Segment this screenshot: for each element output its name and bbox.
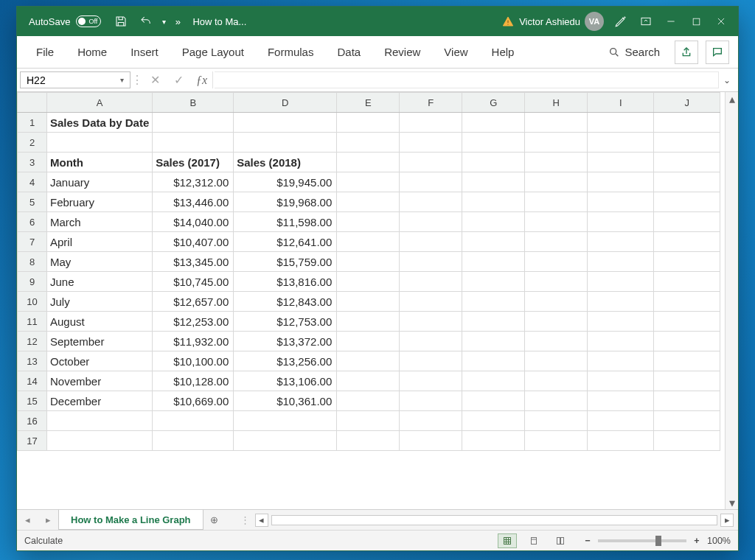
cell[interactable] bbox=[588, 391, 654, 411]
cell[interactable]: $10,669.00 bbox=[153, 391, 234, 411]
cell[interactable] bbox=[525, 272, 588, 292]
cell[interactable] bbox=[588, 272, 654, 292]
cell[interactable] bbox=[47, 431, 153, 451]
cell[interactable] bbox=[525, 411, 588, 431]
cell[interactable] bbox=[400, 252, 462, 272]
cell[interactable] bbox=[337, 371, 400, 391]
cell[interactable] bbox=[400, 431, 462, 451]
cell[interactable] bbox=[400, 192, 462, 212]
tab-scroll-left-icon[interactable]: ◂ bbox=[17, 514, 38, 525]
cell[interactable] bbox=[525, 133, 588, 153]
cell[interactable] bbox=[654, 351, 720, 371]
cell[interactable] bbox=[337, 351, 400, 371]
cell[interactable]: $13,816.00 bbox=[234, 272, 337, 292]
user-account[interactable]: Victor Ashiedu VA bbox=[515, 12, 608, 31]
cell[interactable] bbox=[337, 232, 400, 252]
cell[interactable] bbox=[525, 292, 588, 312]
cell[interactable] bbox=[400, 172, 462, 192]
zoom-in-button[interactable]: + bbox=[691, 535, 703, 547]
hscroll-right-icon[interactable]: ▸ bbox=[720, 514, 734, 527]
cell[interactable]: February bbox=[47, 192, 153, 212]
row-header[interactable]: 14 bbox=[18, 371, 47, 391]
tab-home[interactable]: Home bbox=[67, 40, 117, 64]
cell[interactable] bbox=[525, 172, 588, 192]
tab-help[interactable]: Help bbox=[481, 40, 525, 64]
cell[interactable] bbox=[462, 411, 525, 431]
cell[interactable] bbox=[525, 351, 588, 371]
cell[interactable] bbox=[234, 113, 337, 133]
cell[interactable] bbox=[588, 371, 654, 391]
scroll-up-icon[interactable]: ▴ bbox=[726, 92, 738, 105]
cell[interactable]: $12,312.00 bbox=[153, 172, 234, 192]
cell[interactable]: $12,641.00 bbox=[234, 232, 337, 252]
row-header[interactable]: 7 bbox=[18, 232, 47, 252]
cell[interactable] bbox=[400, 212, 462, 232]
cell[interactable]: $19,945.00 bbox=[234, 172, 337, 192]
cell[interactable] bbox=[525, 252, 588, 272]
cell[interactable]: January bbox=[47, 172, 153, 192]
cell[interactable]: Sales Data by Date bbox=[47, 113, 153, 133]
maximize-button[interactable] bbox=[683, 7, 709, 36]
cell[interactable] bbox=[654, 411, 720, 431]
col-header-J[interactable]: J bbox=[654, 93, 720, 113]
cell[interactable] bbox=[588, 252, 654, 272]
cell[interactable] bbox=[654, 232, 720, 252]
cell[interactable] bbox=[47, 133, 153, 153]
cell[interactable] bbox=[337, 133, 400, 153]
zoom-out-button[interactable]: − bbox=[582, 535, 594, 547]
share-button[interactable] bbox=[675, 41, 698, 64]
normal-view-icon[interactable] bbox=[498, 533, 517, 548]
cell[interactable] bbox=[337, 332, 400, 351]
cell[interactable]: $14,040.00 bbox=[153, 212, 234, 232]
cell[interactable] bbox=[462, 371, 525, 391]
row-header[interactable]: 9 bbox=[18, 272, 47, 292]
cell[interactable] bbox=[588, 431, 654, 451]
cell[interactable] bbox=[588, 133, 654, 153]
cell[interactable] bbox=[525, 153, 588, 172]
cell[interactable]: $15,759.00 bbox=[234, 252, 337, 272]
comments-button[interactable] bbox=[706, 41, 729, 64]
cell[interactable]: $10,407.00 bbox=[153, 232, 234, 252]
cell[interactable] bbox=[654, 113, 720, 133]
cell[interactable] bbox=[525, 391, 588, 411]
row-header[interactable]: 13 bbox=[18, 351, 47, 371]
tab-view[interactable]: View bbox=[434, 40, 478, 64]
cell[interactable] bbox=[400, 113, 462, 133]
cell[interactable]: Sales (2017) bbox=[153, 153, 234, 172]
cell[interactable] bbox=[337, 153, 400, 172]
col-header-G[interactable]: G bbox=[462, 93, 525, 113]
cell[interactable] bbox=[462, 431, 525, 451]
cell[interactable]: $10,128.00 bbox=[153, 371, 234, 391]
cell[interactable] bbox=[153, 411, 234, 431]
cell[interactable] bbox=[337, 272, 400, 292]
cell[interactable] bbox=[462, 172, 525, 192]
cell[interactable] bbox=[462, 351, 525, 371]
cell[interactable]: $13,372.00 bbox=[234, 332, 337, 351]
row-header[interactable]: 6 bbox=[18, 212, 47, 232]
page-layout-view-icon[interactable] bbox=[524, 533, 543, 548]
cell[interactable] bbox=[588, 292, 654, 312]
cell[interactable] bbox=[400, 332, 462, 351]
cell[interactable] bbox=[525, 431, 588, 451]
row-header[interactable]: 11 bbox=[18, 312, 47, 332]
cell[interactable]: November bbox=[47, 371, 153, 391]
name-box[interactable]: H22 ▾ bbox=[20, 71, 131, 88]
row-header[interactable]: 12 bbox=[18, 332, 47, 351]
sheet-tab-active[interactable]: How to Make a Line Graph bbox=[58, 510, 203, 530]
cell[interactable]: $12,657.00 bbox=[153, 292, 234, 312]
cell[interactable] bbox=[588, 332, 654, 351]
col-header-B[interactable]: B bbox=[153, 93, 234, 113]
pen-icon[interactable] bbox=[608, 7, 633, 36]
col-header-A[interactable]: A bbox=[47, 93, 153, 113]
cell[interactable]: August bbox=[47, 312, 153, 332]
cell[interactable] bbox=[400, 371, 462, 391]
tell-me-search[interactable]: Search bbox=[601, 41, 667, 63]
cell[interactable] bbox=[462, 192, 525, 212]
cell[interactable]: March bbox=[47, 212, 153, 232]
cell[interactable] bbox=[337, 192, 400, 212]
cell[interactable] bbox=[400, 292, 462, 312]
cell[interactable] bbox=[462, 212, 525, 232]
cell[interactable]: $10,361.00 bbox=[234, 391, 337, 411]
select-all-corner[interactable] bbox=[18, 93, 47, 113]
cell[interactable]: $12,843.00 bbox=[234, 292, 337, 312]
